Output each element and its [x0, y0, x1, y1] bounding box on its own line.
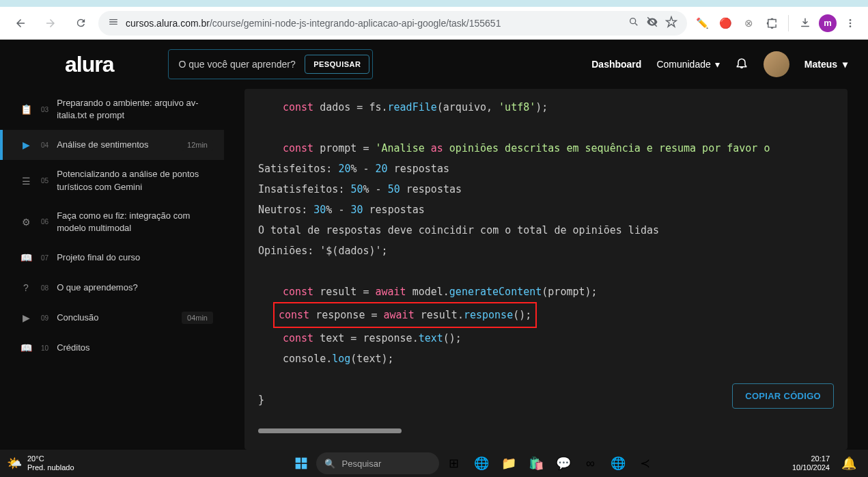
code-line: Opiniões: '$(dados)';: [258, 241, 834, 261]
svg-point-5: [850, 25, 852, 27]
svg-rect-9: [301, 464, 307, 469]
lesson-duration: 04min: [182, 312, 213, 324]
svg-rect-6: [295, 458, 300, 463]
sidebar-item-04[interactable]: ▶ 04 Análise de sentimentos 12min: [0, 130, 224, 160]
lesson-content: const dados = fs.readFile(arquivo, 'utf8…: [224, 89, 868, 450]
weather-widget[interactable]: 🌤️ 20°C Pred. nublado: [7, 454, 74, 472]
app-store[interactable]: 🛍️: [524, 451, 548, 476]
sidebar-item-10[interactable]: 📖 10 Créditos: [0, 333, 224, 363]
incognito-icon[interactable]: [646, 16, 658, 30]
windows-taskbar: 🌤️ 20°C Pred. nublado 🔍 Pesquisar ⊞ 🌐 📁 …: [0, 450, 868, 477]
code-line: const text = response.text();: [258, 328, 834, 349]
browser-tabs-strip: [0, 0, 868, 7]
sidebar-item-07[interactable]: 📖 07 Projeto final do curso: [0, 243, 224, 273]
code-line: console.log(text);: [258, 349, 834, 369]
sidebar-item-09[interactable]: ▶ 09 Conclusão 04min: [0, 303, 224, 333]
search-in-page-icon[interactable]: [628, 16, 639, 29]
code-line: Neutros: 30% - 30 respostas: [258, 200, 834, 220]
horizontal-scrollbar[interactable]: [258, 428, 402, 433]
app-explorer[interactable]: 📁: [496, 451, 521, 476]
clock[interactable]: 20:17 10/10/2024: [792, 454, 830, 472]
forward-button[interactable]: [38, 11, 63, 36]
code-line-highlighted: const response = await result.response()…: [258, 302, 834, 328]
taskbar-search[interactable]: 🔍 Pesquisar: [316, 452, 439, 474]
app-chrome[interactable]: 🌐: [469, 451, 494, 476]
sidebar-item-06[interactable]: ⚙ 06 Faça como eu fiz: integração com mo…: [0, 202, 224, 243]
url-text: cursos.alura.com.br/course/gemini-node-j…: [126, 18, 621, 29]
community-dropdown[interactable]: Comunidade ▾: [656, 59, 719, 70]
play-icon: ▶: [19, 138, 33, 152]
code-line: Insatisfeitos: 50% - 50 respostas: [258, 179, 834, 200]
search-button[interactable]: PESQUISAR: [305, 55, 369, 74]
code-line: const result = await model.generateConte…: [258, 282, 834, 302]
back-button[interactable]: [8, 11, 33, 36]
notifications-tray[interactable]: 🔔: [837, 451, 861, 476]
copy-code-button[interactable]: COPIAR CÓDIGO: [732, 383, 834, 409]
site-settings-icon[interactable]: [108, 16, 119, 29]
username-dropdown[interactable]: Mateus ▾: [804, 59, 848, 70]
play-icon: ▶: [19, 311, 33, 325]
lesson-duration: 12min: [182, 139, 213, 151]
search-box[interactable]: PESQUISAR: [168, 49, 373, 79]
app-header: alura PESQUISAR Dashboard Comunidade ▾ M…: [0, 40, 868, 89]
downloads-icon[interactable]: [796, 14, 815, 33]
lesson-sidebar: 📋 03 Preparando o ambiente: arquivo av-i…: [0, 89, 224, 450]
svg-point-0: [630, 18, 636, 24]
book-icon: 📖: [19, 251, 33, 264]
list-icon: ☰: [19, 174, 33, 188]
chevron-down-icon: ▾: [715, 59, 720, 70]
start-button[interactable]: [289, 451, 313, 476]
toolbar-divider: [788, 15, 789, 31]
weather-icon: 🌤️: [7, 456, 22, 471]
code-blank: [258, 118, 834, 138]
extension-icon-2[interactable]: 🔴: [716, 14, 735, 33]
svg-rect-7: [301, 458, 307, 463]
app-chrome2[interactable]: 🌐: [606, 451, 630, 476]
sidebar-item-03[interactable]: 📋 03 Preparando o ambiente: arquivo av-i…: [0, 89, 224, 130]
svg-point-4: [850, 22, 852, 24]
scrollbar-thumb[interactable]: [258, 428, 402, 433]
code-line: O total de respostas deve coincidir com …: [258, 220, 834, 241]
menu-icon[interactable]: [841, 14, 860, 33]
address-bar[interactable]: cursos.alura.com.br/course/gemini-node-j…: [98, 11, 687, 36]
dashboard-link[interactable]: Dashboard: [591, 59, 641, 70]
code-line: const dados = fs.readFile(arquivo, 'utf8…: [258, 97, 834, 118]
app-taskbar[interactable]: 💬: [551, 451, 576, 476]
app-vscode[interactable]: ≺: [633, 451, 658, 476]
sidebar-item-08[interactable]: ? 08 O que aprendemos?: [0, 273, 224, 303]
code-block: const dados = fs.readFile(arquivo, 'utf8…: [244, 89, 848, 450]
taskview-icon[interactable]: ⊞: [442, 451, 466, 476]
code-scroll[interactable]: const dados = fs.readFile(arquivo, 'utf8…: [244, 97, 848, 410]
extensions-icon[interactable]: [762, 14, 781, 33]
svg-line-1: [635, 23, 637, 25]
profile-avatar[interactable]: m: [819, 14, 837, 32]
checklist-icon: 📋: [19, 103, 33, 116]
code-blank: [258, 261, 834, 282]
alura-logo[interactable]: alura: [65, 52, 113, 77]
code-line: Satisfeitos: 20% - 20 respostas: [258, 159, 834, 179]
bookmark-icon[interactable]: [665, 16, 677, 30]
chevron-down-icon: ▾: [843, 59, 848, 70]
notifications-icon[interactable]: [735, 56, 748, 73]
user-avatar[interactable]: [764, 51, 789, 77]
reload-button[interactable]: [68, 11, 93, 36]
browser-toolbar: cursos.alura.com.br/course/gemini-node-j…: [0, 7, 868, 40]
gear-icon: ⚙: [19, 215, 33, 229]
code-line: const prompt = 'Analise as opiniões desc…: [258, 138, 834, 159]
search-input[interactable]: [178, 59, 305, 70]
svg-point-3: [850, 19, 852, 21]
book-icon: 📖: [19, 341, 33, 355]
extension-icon-1[interactable]: ✏️: [692, 14, 712, 33]
search-icon: 🔍: [324, 459, 335, 469]
app-vs[interactable]: ∞: [578, 451, 603, 476]
extension-icon-3[interactable]: ⊗: [739, 14, 758, 33]
question-icon: ?: [19, 281, 33, 295]
sidebar-item-05[interactable]: ☰ 05 Potencializando a análise de pontos…: [0, 160, 224, 201]
svg-rect-8: [295, 464, 300, 469]
